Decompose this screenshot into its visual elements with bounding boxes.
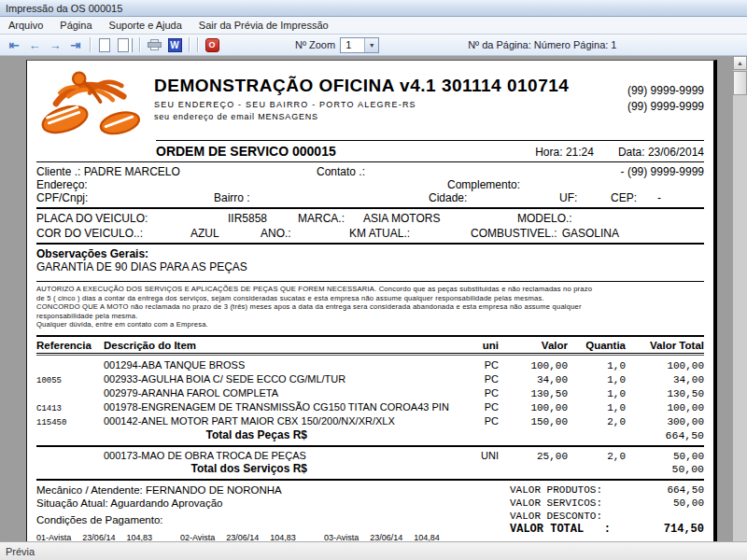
single-page-view-button[interactable] bbox=[95, 36, 114, 53]
order-title: ORDEM DE SERVICO 000015 bbox=[156, 144, 535, 159]
vertical-scrollbar[interactable]: ▲ bbox=[733, 56, 747, 541]
menu-arquivo[interactable]: Arquivo bbox=[0, 18, 51, 33]
color-label: COR DO VEICULO..: bbox=[36, 227, 190, 240]
items-table-header: Referencia Descrição do Item uni Valor Q… bbox=[36, 340, 704, 351]
divider bbox=[156, 140, 704, 141]
terms-line: de 5 ( cinco ) dias a contar da entrega … bbox=[36, 294, 704, 303]
valor-desconto: VALOR DESCONTO: bbox=[510, 510, 704, 523]
next-page-icon: → bbox=[49, 38, 62, 52]
scrollbar-thumb[interactable] bbox=[733, 71, 747, 95]
status-bar: Prévia bbox=[0, 541, 747, 560]
contact-phone: - (99) 9999-9999 bbox=[541, 165, 704, 178]
toolbar-separator bbox=[197, 37, 198, 52]
services-table: 000173-MAO DE OBRA TROCA DE PEÇAS UNI 25… bbox=[36, 450, 704, 475]
motorcycle-logo bbox=[36, 66, 147, 137]
complement-label: Complemento: bbox=[447, 178, 520, 191]
toolbar-separator bbox=[189, 37, 190, 52]
payment-item: 03-Avista23/06/14104,84 bbox=[324, 531, 440, 542]
document-page: DEMONSTRAÇÃO OFICINA v4.1 301114 010714 … bbox=[26, 60, 717, 541]
fuel-label: COMBUSTIVEL.: bbox=[471, 227, 557, 240]
toolbar-separator bbox=[139, 37, 140, 52]
previous-page-icon: ← bbox=[29, 38, 41, 52]
observations-text: GARANTIA DE 90 DIAS PARA AS PEÇAS bbox=[36, 260, 704, 273]
color-value: AZUL bbox=[190, 227, 261, 240]
payment-item: 02-Avista23/06/14104,83 bbox=[180, 531, 296, 542]
zoom-dropdown[interactable]: 1 ▼ bbox=[340, 37, 379, 53]
contact-label: Contato .: bbox=[317, 165, 541, 178]
terms-line: responsabilidade pela mesma. bbox=[36, 312, 704, 321]
phone-1: (99) 9999-9999 bbox=[592, 83, 704, 99]
zoom-value: 1 bbox=[341, 39, 364, 50]
divider bbox=[36, 243, 704, 245]
first-page-icon: ⇤ bbox=[9, 38, 20, 52]
company-email: seu endereço de email MENSAGENS bbox=[154, 112, 592, 121]
zip-label: CEP: bbox=[611, 191, 637, 204]
previous-page-button[interactable]: ← bbox=[25, 36, 44, 53]
menu-suporte-ajuda[interactable]: Suporte e Ajuda bbox=[101, 18, 190, 33]
client-name: Cliente .: PADRE MARCELO bbox=[36, 165, 317, 178]
divider bbox=[36, 281, 704, 282]
page-number-info: Nº da Página: Número Página: 1 bbox=[468, 39, 616, 50]
printer-icon bbox=[148, 39, 162, 50]
preview-workspace: DEMONSTRAÇÃO OFICINA v4.1 301114 010714 … bbox=[0, 56, 747, 541]
zoom-label: Nº Zoom bbox=[295, 39, 335, 50]
divider bbox=[36, 335, 704, 337]
status-label: Prévia bbox=[6, 546, 35, 557]
terms-line: AUTORIZO A EXECUÇÃO DOS SERVIÇOS E APLIC… bbox=[36, 285, 704, 294]
vehicle-section: PLACA DO VEICULO: IIR5858 MARCA.: ASIA M… bbox=[36, 212, 704, 240]
menu-pagina[interactable]: Página bbox=[51, 18, 100, 33]
col-referencia: Referencia bbox=[36, 340, 104, 351]
valor-total: VALOR TOTAL :714,50 bbox=[510, 523, 704, 536]
chevron-down-icon: ▼ bbox=[364, 38, 378, 52]
status-line: Situação Atual: Aguardando Aprovação bbox=[36, 497, 510, 510]
two-page-view-button[interactable] bbox=[116, 36, 134, 53]
total-services-label: Total dos Serviços R$ bbox=[36, 462, 499, 475]
total-parts-value: 664,50 bbox=[626, 429, 704, 441]
export-word-button[interactable]: W bbox=[165, 36, 184, 53]
observations-title: Observações Gerais: bbox=[36, 247, 704, 260]
col-valor: Valor bbox=[499, 340, 568, 351]
order-date: Data: 23/06/2014 bbox=[618, 146, 704, 159]
terms-line: Qualquer dúvida, entre em contato com a … bbox=[36, 320, 704, 329]
col-quantia: Quantia bbox=[568, 340, 626, 351]
single-page-icon bbox=[99, 38, 110, 52]
km-label: KM ATUAL.: bbox=[349, 227, 471, 240]
divider bbox=[36, 479, 704, 481]
service-desc: 000173-MAO DE OBRA TROCA DE PEÇAS bbox=[104, 450, 461, 461]
col-descricao: Descrição do Item bbox=[104, 340, 461, 351]
plate-value: IIR5858 bbox=[228, 212, 298, 225]
brand-label: MARCA.: bbox=[298, 212, 363, 225]
year-label: ANO.: bbox=[261, 227, 349, 240]
window-titlebar: Impressão da OS 000015 bbox=[0, 0, 747, 17]
zoom-area: Nº Zoom 1 ▼ bbox=[295, 37, 379, 53]
state-label: UF: bbox=[559, 191, 611, 204]
company-address: SEU ENDEREÇO - SEU BAIRRO - PORTO ALEGRE… bbox=[154, 100, 592, 109]
plate-label: PLACA DO VEICULO: bbox=[36, 212, 228, 225]
divider bbox=[36, 207, 704, 209]
payments-row: 01-Avista23/06/14104,83 02-Avista23/06/1… bbox=[36, 531, 510, 542]
close-preview-button[interactable]: O bbox=[203, 36, 221, 53]
print-button[interactable] bbox=[145, 36, 163, 53]
divider bbox=[36, 445, 704, 447]
order-title-row: ORDEM DE SERVICO 000015 Hora: 21:24 Data… bbox=[36, 144, 704, 159]
scroll-up-icon[interactable]: ▲ bbox=[733, 56, 747, 70]
last-page-icon: ⇥ bbox=[71, 38, 81, 52]
first-page-button[interactable]: ⇤ bbox=[5, 36, 23, 53]
fuel-value: GASOLINA bbox=[562, 227, 619, 240]
payment-item: 01-Avista23/06/14104,83 bbox=[36, 531, 152, 542]
district-label: Bairro : bbox=[214, 191, 429, 204]
company-phones: (99) 9999-9999 (99) 9999-9999 bbox=[592, 66, 704, 137]
last-page-button[interactable]: ⇥ bbox=[66, 36, 85, 53]
word-icon: W bbox=[168, 38, 182, 52]
order-time: Hora: 21:24 bbox=[535, 146, 594, 159]
valor-produtos: VALOR PRODUTOS:664,50 bbox=[510, 483, 704, 497]
menu-sair-previa[interactable]: Sair da Prévia de Impressão bbox=[190, 18, 337, 33]
divider bbox=[36, 161, 704, 162]
next-page-button[interactable]: → bbox=[46, 36, 64, 53]
total-parts-label: Total das Peças R$ bbox=[36, 428, 499, 441]
address-label: Endereço: bbox=[36, 178, 447, 191]
company-block: DEMONSTRAÇÃO OFICINA v4.1 301114 010714 … bbox=[147, 66, 592, 137]
terms-line: CONCORDO QUE A MOTO não reclamada no pra… bbox=[36, 302, 704, 312]
terms-paragraph: AUTORIZO A EXECUÇÃO DOS SERVIÇOS E APLIC… bbox=[36, 285, 704, 329]
brand-value: ASIA MOTORS bbox=[363, 212, 517, 225]
